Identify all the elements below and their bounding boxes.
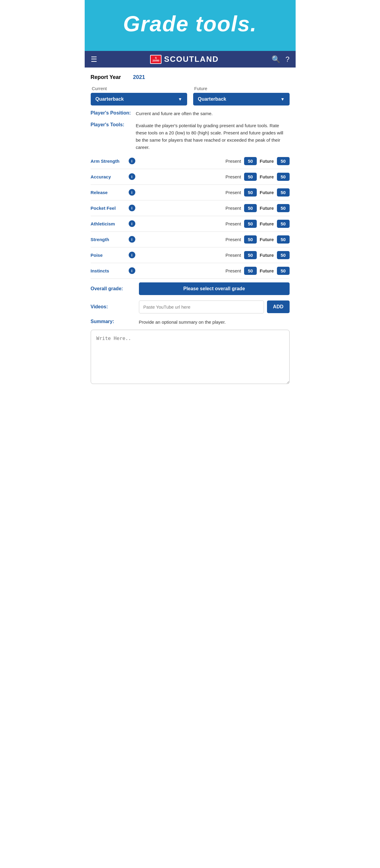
future-label: Future	[260, 253, 274, 258]
report-year-label: Report Year	[91, 74, 121, 81]
search-icon[interactable]: 🔍	[272, 55, 281, 64]
grade-row: Strength i Present 50 Future 50	[91, 236, 290, 247]
present-badge: 50	[244, 157, 257, 165]
hamburger-icon[interactable]: ☰	[91, 55, 97, 64]
players-tools-text: Evaluate the player's potential by gradi…	[136, 122, 290, 151]
grade-row: Pocket Feel i Present 50 Future 50	[91, 204, 290, 216]
navbar-icons: 🔍 ?	[272, 55, 289, 64]
players-position-text: Current and future are often the same.	[136, 110, 213, 117]
present-badge: 50	[244, 173, 257, 181]
present-label: Present	[225, 206, 241, 211]
future-badge: 50	[277, 267, 290, 275]
grade-row: Accuracy i Present 50 Future 50	[91, 173, 290, 185]
report-year-row: Report Year 2021	[91, 72, 290, 81]
grade-controls: Present 50 Future 50	[225, 220, 289, 228]
report-year-value: 2021	[133, 74, 145, 81]
future-badge: 50	[277, 236, 290, 244]
players-tools-label: Player's Tools:	[91, 122, 133, 151]
overall-grade-label: Overall grade:	[91, 286, 136, 291]
grade-row: Athleticism i Present 50 Future 50	[91, 220, 290, 232]
grade-controls: Present 50 Future 50	[225, 173, 289, 181]
present-label: Present	[225, 174, 241, 179]
skills-container: Arm Strength i Present 50 Future 50 Accu…	[91, 157, 290, 279]
current-position-value: Quarterback	[96, 96, 124, 102]
grade-controls: Present 50 Future 50	[225, 267, 289, 275]
present-label: Present	[225, 221, 241, 226]
present-label: Present	[225, 237, 241, 242]
future-badge: 50	[277, 251, 290, 259]
grade-row: Instincts i Present 50 Future 50	[91, 267, 290, 279]
grade-row: Poise i Present 50 Future 50	[91, 251, 290, 263]
present-badge: 50	[244, 204, 257, 212]
summary-textarea[interactable]	[91, 330, 290, 384]
grade-controls: Present 50 Future 50	[225, 204, 289, 212]
present-label: Present	[225, 190, 241, 195]
present-badge: 50	[244, 236, 257, 244]
hero-section: Grade tools.	[85, 0, 296, 51]
grade-controls: Present 50 Future 50	[225, 236, 289, 244]
logo-badge-ratio: 20/80	[153, 59, 159, 62]
players-position-row: Player's Position: Current and future ar…	[91, 110, 290, 117]
skill-name: Instincts	[91, 268, 127, 273]
grade-controls: Present 50 Future 50	[225, 157, 289, 165]
present-label: Present	[225, 158, 241, 164]
players-position-label: Player's Position:	[91, 110, 133, 117]
info-icon[interactable]: i	[129, 252, 135, 258]
info-icon[interactable]: i	[129, 158, 135, 164]
overall-grade-button[interactable]: Please select overall grade	[139, 282, 290, 295]
future-position-label: Future	[194, 86, 290, 91]
info-icon[interactable]: i	[129, 220, 135, 227]
present-label: Present	[225, 268, 241, 273]
future-badge: 50	[277, 220, 290, 228]
grade-controls: Present 50 Future 50	[225, 188, 289, 196]
info-icon[interactable]: i	[129, 189, 135, 195]
summary-description: Provide an optional summary on the playe…	[139, 319, 226, 326]
present-badge: 50	[244, 251, 257, 259]
grade-row: Arm Strength i Present 50 Future 50	[91, 157, 290, 169]
current-position-dropdown[interactable]: Quarterback ▼	[91, 93, 187, 105]
info-icon[interactable]: i	[129, 267, 135, 274]
add-video-button[interactable]: ADD	[267, 301, 290, 313]
future-badge: 50	[277, 157, 290, 165]
youtube-input[interactable]	[139, 301, 264, 313]
summary-label: Summary:	[91, 319, 136, 326]
current-position-group: Current Quarterback ▼	[91, 86, 187, 105]
grade-controls: Present 50 Future 50	[225, 251, 289, 259]
skill-name: Athleticism	[91, 221, 127, 226]
current-position-label: Current	[92, 86, 187, 91]
overall-grade-row: Overall grade: Please select overall gra…	[91, 282, 290, 295]
skill-name: Strength	[91, 237, 127, 242]
videos-label: Videos:	[91, 304, 136, 310]
logo-badge: S 20/80	[150, 55, 162, 64]
skill-name: Accuracy	[91, 174, 127, 179]
future-label: Future	[260, 206, 274, 211]
future-label: Future	[260, 268, 274, 273]
future-position-value: Quarterback	[198, 96, 226, 102]
grade-row: Release i Present 50 Future 50	[91, 188, 290, 200]
hero-title: Grade tools.	[91, 12, 290, 36]
present-label: Present	[225, 253, 241, 258]
future-label: Future	[260, 221, 274, 226]
skill-name: Pocket Feel	[91, 206, 127, 211]
current-dropdown-arrow: ▼	[178, 97, 182, 101]
future-position-dropdown[interactable]: Quarterback ▼	[193, 93, 290, 105]
future-label: Future	[260, 190, 274, 195]
info-icon[interactable]: i	[129, 236, 135, 243]
skill-name: Arm Strength	[91, 158, 127, 164]
present-badge: 50	[244, 188, 257, 196]
help-icon[interactable]: ?	[285, 55, 289, 64]
logo-text: SCOUTLAND	[164, 55, 219, 64]
future-badge: 50	[277, 204, 290, 212]
info-icon[interactable]: i	[129, 173, 135, 180]
info-icon[interactable]: i	[129, 205, 135, 211]
future-position-group: Future Quarterback ▼	[193, 86, 290, 105]
future-label: Future	[260, 237, 274, 242]
future-dropdown-arrow: ▼	[281, 97, 285, 101]
skill-name: Poise	[91, 253, 127, 258]
navbar-logo: S 20/80 SCOUTLAND	[150, 55, 219, 64]
players-tools-row: Player's Tools: Evaluate the player's po…	[91, 122, 290, 151]
summary-row: Summary: Provide an optional summary on …	[91, 319, 290, 326]
future-label: Future	[260, 158, 274, 164]
future-badge: 50	[277, 188, 290, 196]
navbar: ☰ S 20/80 SCOUTLAND 🔍 ?	[85, 51, 296, 67]
